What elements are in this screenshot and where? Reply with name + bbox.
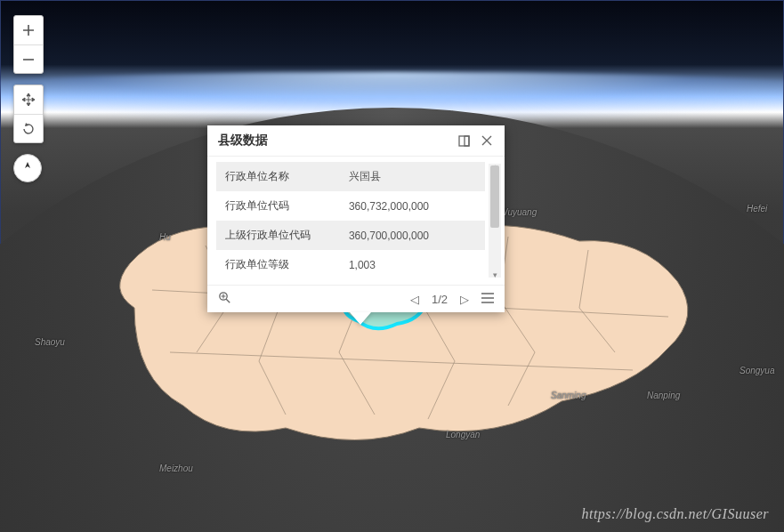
popup-body: 行政单位名称兴国县 行政单位代码360,732,000,000 上级行政单位代码… [207, 157, 505, 285]
menu-icon[interactable] [481, 293, 494, 306]
scroll-down-icon[interactable]: ▾ [489, 270, 501, 279]
pan-button[interactable] [14, 85, 43, 114]
feature-popup: 县级数据 行政单位名称兴国县 行政单位代码360,732,000,000 上级行… [207, 125, 505, 312]
attr-value: 1,003 [340, 250, 485, 279]
pager-label: 1/2 [432, 293, 448, 306]
nav-group [13, 85, 44, 143]
zoom-group [13, 15, 44, 74]
rotate-button[interactable] [14, 114, 43, 142]
zoom-out-button[interactable] [14, 44, 43, 73]
zoom-in-button[interactable] [14, 16, 43, 44]
attr-value: 兴国县 [340, 162, 485, 191]
table-row: 行政单位等级1,003 [216, 250, 485, 279]
close-icon[interactable] [480, 133, 494, 148]
table-row: 上级行政单位代码360,700,000,000 [216, 221, 485, 250]
scroll-thumb[interactable] [490, 165, 499, 228]
popup-footer: ◁ 1/2 ▷ [207, 285, 505, 312]
attr-value: 360,700,000,000 [340, 221, 485, 250]
attr-key: 行政单位等级 [216, 250, 340, 279]
popup-title: 县级数据 [218, 133, 268, 149]
dock-icon[interactable] [457, 133, 471, 148]
attr-key: 上级行政单位代码 [216, 221, 340, 250]
map-view[interactable]: Shaoyu Hu Meizhou Longyan Sanming Nanpin… [0, 0, 784, 532]
svg-rect-2 [465, 136, 469, 146]
attr-value: 360,732,000,000 [340, 191, 485, 221]
pager-next-icon[interactable]: ▷ [460, 293, 469, 306]
table-row: 行政单位代码360,732,000,000 [216, 191, 485, 221]
attr-key: 行政单位代码 [216, 191, 340, 221]
pager-prev-icon[interactable]: ◁ [410, 293, 419, 306]
popup-scrollbar[interactable]: ▴ ▾ [489, 164, 501, 278]
popup-pointer [350, 312, 371, 325]
attr-key: 行政单位名称 [216, 162, 340, 191]
zoom-to-icon[interactable] [218, 291, 231, 307]
watermark: https://blog.csdn.net/GISuuser [581, 506, 769, 522]
map-toolbar [13, 15, 44, 182]
map-label: Hefei [747, 204, 767, 214]
popup-header: 县级数据 [207, 125, 505, 157]
compass-button[interactable] [13, 154, 42, 182]
attribute-table: 行政单位名称兴国县 行政单位代码360,732,000,000 上级行政单位代码… [216, 162, 485, 279]
table-row: 行政单位名称兴国县 [216, 162, 485, 191]
